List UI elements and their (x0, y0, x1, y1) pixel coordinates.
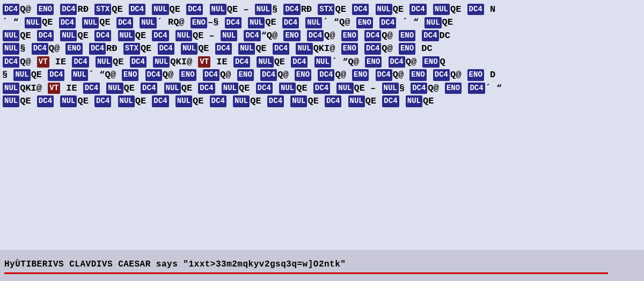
plain-text (146, 3, 151, 16)
control-badge: NUL (71, 69, 88, 80)
control-badge: DC4 (256, 83, 273, 94)
control-badge: ENO (467, 69, 484, 80)
control-badge: NUL (60, 30, 77, 41)
plain-text (400, 95, 405, 107)
plain-text (369, 3, 375, 16)
control-badge: DC4 (376, 69, 392, 80)
control-badge: NUL (257, 56, 273, 68)
control-badge: DC4 (225, 17, 241, 28)
plain-text: Q@ (382, 42, 398, 55)
plain-text (369, 69, 375, 81)
control-badge: ENO (352, 69, 369, 80)
text-line: ´ “ NULQE DC4 NULQE DC4 NUL´ RQ@ ENO–§ D… (2, 16, 642, 28)
control-badge: NUL (255, 4, 272, 15)
control-badge: DC4 (152, 30, 169, 41)
control-badge: ENO (65, 43, 82, 54)
control-badge: ENO (422, 56, 439, 68)
text-line: NULQE DC4 NULQE DC4 NULQE DC4 NULQE DC4 … (2, 95, 642, 107)
plain-text (112, 95, 117, 107)
control-badge: NUL (96, 56, 112, 68)
control-badge: NUL (25, 17, 41, 28)
control-badge: DC4 (60, 4, 77, 15)
plain-text (170, 29, 175, 42)
encoded-text-area: DC4Q@ ENO DC4RÐ STXQE DC4 NULQE DC4 NULQ… (0, 0, 644, 249)
plain-text (170, 95, 175, 107)
plain-text: QE (255, 42, 272, 55)
control-badge: NUL (3, 83, 19, 94)
plain-text: QE (112, 3, 128, 16)
plain-text (197, 69, 202, 81)
control-badge: NUL (140, 17, 156, 28)
control-badge: DC4 (409, 4, 426, 15)
plain-text (331, 82, 336, 94)
control-badge: NUL (118, 30, 135, 41)
control-badge: DC4 (158, 43, 174, 54)
control-badge: DC4 (318, 69, 334, 80)
plain-text: QE (77, 95, 94, 107)
control-badge: NUL (425, 17, 441, 28)
control-badge: NUL (118, 95, 135, 107)
plain-text: Q@ (324, 29, 341, 42)
control-badge: NUL (348, 95, 365, 107)
control-badge: DC4 (282, 17, 299, 28)
control-badge: ENO (365, 56, 382, 68)
control-badge: DC4 (186, 4, 203, 15)
plain-text: QE (42, 16, 58, 28)
plain-text: QE (141, 42, 157, 55)
control-badge: NUL (106, 83, 123, 94)
plain-text: QE (450, 3, 467, 16)
control-badge: DC4 (364, 30, 381, 41)
plain-text: Q@ (406, 56, 422, 68)
plain-text: QE (250, 95, 267, 107)
control-badge: NUL (238, 43, 255, 54)
control-badge: DC4 (152, 95, 169, 107)
control-badge: NUL (175, 30, 192, 41)
plain-text: § (20, 42, 31, 55)
plain-text (251, 56, 256, 68)
control-badge: VT (198, 56, 210, 68)
control-badge: ENO (356, 17, 373, 28)
plain-text (358, 42, 364, 55)
control-badge: NUL (406, 95, 422, 107)
plain-text: Q@ (20, 3, 36, 16)
control-badge: ENO (445, 83, 462, 94)
plain-text: ´ “Q@ (323, 16, 355, 28)
control-badge: DC4 (389, 56, 405, 68)
plain-text (175, 42, 180, 55)
plain-text (308, 56, 313, 68)
plain-text (312, 69, 317, 81)
plain-text (54, 95, 60, 107)
plain-text (90, 56, 95, 68)
plain-text: IE (50, 56, 72, 68)
plain-text (227, 95, 232, 107)
control-badge: DC4 (89, 43, 106, 54)
control-badge: VT (48, 83, 60, 94)
plain-text: QE (296, 82, 313, 94)
control-badge: DC4 (433, 69, 450, 80)
plain-text (301, 29, 306, 42)
plain-text (203, 3, 209, 16)
control-badge: DC4 (141, 83, 157, 94)
text-line: NULQKI@ VT IE DC4 NULQE DC4 NULQE DC4 NU… (2, 82, 642, 94)
control-badge: DC4 (37, 95, 54, 107)
control-badge: DC4 (203, 69, 219, 80)
plain-text: ´ “ (486, 82, 502, 94)
plain-text: QE (365, 95, 382, 107)
plain-text: QE (124, 82, 141, 94)
control-badge: NUL (153, 56, 170, 68)
plain-text: QE (193, 95, 209, 107)
control-badge: NUL (382, 83, 399, 94)
plain-text (299, 16, 305, 28)
control-badge: DC4 (94, 95, 111, 107)
plain-text: D (485, 69, 495, 81)
plain-text: QE (393, 3, 409, 16)
plain-text (254, 69, 260, 81)
control-badge: DC4 (325, 95, 341, 107)
plain-text: ´ “Q@ (89, 69, 121, 81)
plain-text: Q@ (428, 82, 444, 94)
plain-text: RÐ (77, 3, 94, 16)
control-badge: DC4 (352, 4, 369, 15)
control-badge: NUL (175, 95, 192, 107)
control-badge: DC4 (59, 17, 76, 28)
plain-text: QE (239, 82, 255, 94)
